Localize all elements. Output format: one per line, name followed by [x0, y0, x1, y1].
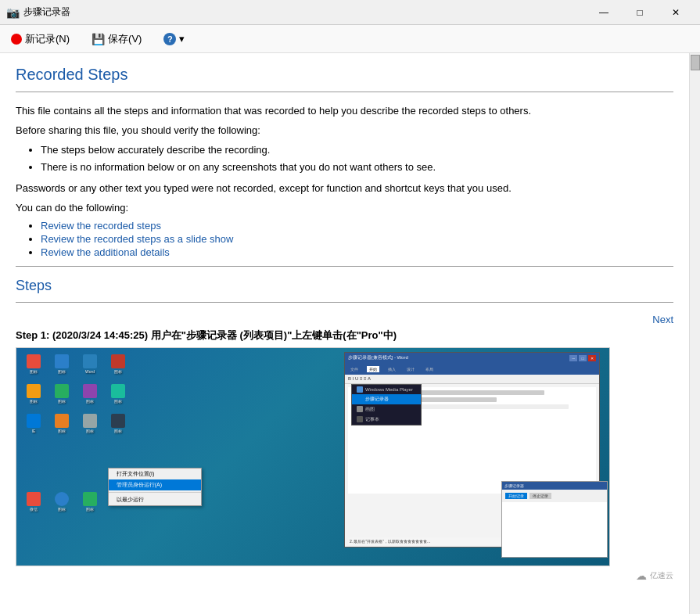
additional-details-link[interactable]: Review the additional details [41, 246, 170, 258]
start-item: 画图 [352, 404, 421, 415]
icon-label: 图标 [86, 400, 94, 404]
link-item-2[interactable]: Review the recorded steps as a slide sho… [41, 233, 673, 245]
desktop-icon: 图标 [23, 354, 45, 379]
step1-label: Step 1: (2020/3/24 14:45:25) 用户在"步骤记录器 (… [16, 329, 673, 343]
icon-img [111, 414, 125, 428]
start-item: 记事本 [352, 415, 421, 425]
desktop-icon: 图标 [79, 384, 101, 409]
start-item-label: 记事本 [365, 416, 379, 423]
context-item: 打开文件位置(I) [109, 469, 201, 479]
step-navigation: Next [16, 314, 673, 325]
titlebar: 📷 步骤记录器 — □ ✕ [0, 0, 700, 25]
word-max: □ [579, 355, 587, 361]
word-tab: 设计 [404, 366, 417, 372]
icon-label: Word [85, 370, 95, 374]
slideshow-link[interactable]: Review the recorded steps as a slide sho… [41, 233, 233, 245]
icon-img [27, 414, 41, 428]
start-icon [357, 406, 363, 412]
word-ribbon: 文件 开始 插入 设计 布局 [345, 364, 599, 375]
app-icon: 📷 [6, 6, 19, 19]
icon-img [83, 384, 97, 398]
icon-img [27, 384, 41, 398]
start-item-label: 画图 [365, 406, 375, 413]
desktop-icon: 图标 [107, 414, 129, 439]
desktop-icon: 图标 [51, 384, 73, 409]
desktop-simulation: 图标 图标 Word 图标 [16, 348, 609, 566]
word-tab: 文件 [348, 366, 361, 372]
review-steps-link[interactable]: Review the recorded steps [41, 220, 161, 232]
desktop-icon: 图标 [79, 492, 101, 517]
word-min: ─ [569, 355, 577, 361]
watermark-icon: ☁ [636, 569, 647, 582]
action-list: Review the recorded steps Review the rec… [41, 220, 673, 258]
context-menu: 打开文件位置(I) 管理员身份运行(A) 以最少运行 [108, 468, 202, 506]
icon-img [83, 492, 97, 506]
start-icon [357, 386, 363, 393]
icon-img [55, 492, 69, 506]
panel-title: 步骤记录器 [504, 483, 524, 488]
icon-label: 微信 [30, 508, 38, 512]
desktop-right: 步骤记录器[兼容模式] - Word ─ □ ✕ 文件 开始 插入 设计 [343, 348, 609, 566]
intro-line2: Before sharing this file, you should ver… [16, 123, 673, 139]
icon-label: 图标 [58, 370, 66, 374]
record-button[interactable]: 新记录(N) [6, 29, 74, 49]
desktop-icon: 图标 [79, 414, 101, 439]
toolbar-content: B I U ≡ ≡ A [348, 376, 371, 381]
icon-img [55, 414, 69, 428]
icon-img [27, 492, 41, 506]
toolbar: 新记录(N) 💾 保存(V) ? ▾ [0, 25, 700, 53]
word-controls: ─ □ ✕ [569, 355, 596, 361]
scrollbar-thumb[interactable] [691, 55, 700, 70]
context-item: 以最少运行 [109, 494, 201, 505]
scrollbar[interactable] [689, 53, 700, 614]
close-button[interactable]: ✕ [658, 0, 694, 25]
start-icon [357, 416, 363, 422]
icon-img [55, 354, 69, 368]
watermark-text: 亿速云 [650, 570, 673, 581]
icon-label: 图标 [86, 508, 94, 512]
word-close: ✕ [588, 355, 596, 361]
panel-button2: 停止记录 [529, 493, 551, 499]
steps-title: Steps [16, 278, 673, 294]
save-button[interactable]: 💾 保存(V) [87, 29, 146, 49]
panel-button: 开始记录 [505, 493, 527, 499]
help-arrow: ▾ [179, 33, 185, 45]
word-tab-active: 开始 [367, 366, 379, 372]
help-icon: ? [163, 33, 176, 45]
desktop-icon: 微信 [23, 492, 45, 517]
secondary-panel: 步骤记录器 开始记录 停止记录 [501, 481, 608, 557]
intro-line4: You can do the following: [16, 200, 673, 217]
context-item-active: 管理员身份运行(A) [109, 479, 201, 490]
help-button[interactable]: ? ▾ [159, 30, 189, 48]
maximize-button[interactable]: □ [622, 0, 658, 25]
link-item-3[interactable]: Review the additional details [41, 246, 673, 258]
icon-label: 图标 [58, 400, 66, 404]
icon-img [55, 384, 69, 398]
record-label: 新记录(N) [25, 32, 70, 46]
word-tab: 插入 [386, 366, 398, 372]
content-area: Recorded Steps This file contains all th… [0, 53, 689, 614]
icon-label: 图标 [114, 400, 122, 404]
icon-label: 图标 [30, 400, 38, 404]
desktop-icon: 图标 [51, 492, 73, 517]
record-icon [11, 34, 22, 45]
desktop-icon: Word [79, 354, 101, 379]
next-button[interactable]: Next [652, 314, 673, 325]
steps-divider-bottom [16, 302, 673, 303]
verify-item-2: There is no information below or on any … [41, 160, 673, 176]
word-title-text: 步骤记录器[兼容模式] - Word [348, 354, 408, 361]
minimize-button[interactable]: — [586, 0, 622, 25]
intro-line3: Passwords or any other text you typed we… [16, 181, 673, 197]
icon-label: 图标 [114, 370, 122, 374]
start-item: Windows Media Player [352, 385, 421, 394]
link-item-1[interactable]: Review the recorded steps [41, 220, 673, 232]
desktop-icon: IE [23, 414, 45, 439]
word-titlebar: 步骤记录器[兼容模式] - Word ─ □ ✕ [345, 353, 599, 364]
icon-img [111, 384, 125, 398]
desktop-icon: 图标 [51, 354, 73, 379]
desktop-icon: 图标 [107, 354, 129, 379]
start-item-label: Windows Media Player [365, 387, 413, 392]
watermark-area: ☁ 亿速云 [16, 569, 673, 582]
panel-content: 开始记录 停止记录 [502, 490, 607, 502]
intro-line1: This file contains all the steps and inf… [16, 103, 673, 120]
